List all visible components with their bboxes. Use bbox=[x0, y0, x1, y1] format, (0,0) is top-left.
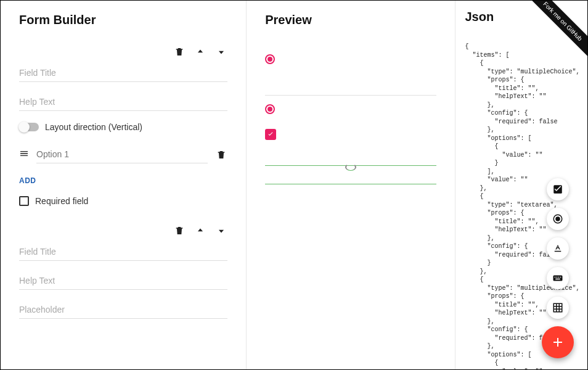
add-checkbox-field-button[interactable] bbox=[547, 178, 569, 200]
field-title-input[interactable] bbox=[19, 64, 227, 82]
svg-rect-7 bbox=[560, 277, 561, 278]
builder-card-1: Layout direction (Vertical) ADD Required… bbox=[19, 46, 227, 206]
preview-multiple-choice-1 bbox=[265, 46, 436, 96]
loading-spinner-icon bbox=[345, 163, 356, 171]
drag-handle-icon[interactable] bbox=[19, 149, 29, 161]
delete-option-icon[interactable] bbox=[215, 149, 227, 161]
preview-title: Preview bbox=[265, 13, 436, 27]
svg-rect-6 bbox=[558, 277, 560, 278]
card-2-actions bbox=[19, 224, 227, 237]
placeholder-input[interactable] bbox=[19, 301, 227, 319]
move-down-icon[interactable] bbox=[215, 224, 227, 237]
add-text-field-button[interactable] bbox=[547, 237, 569, 260]
preview-panel: Preview bbox=[247, 1, 455, 369]
svg-rect-4 bbox=[555, 277, 556, 278]
delete-icon[interactable] bbox=[173, 46, 186, 58]
field-title-input[interactable] bbox=[19, 243, 227, 261]
move-up-icon[interactable] bbox=[194, 46, 206, 58]
add-field-fab[interactable] bbox=[542, 326, 574, 358]
form-builder-panel: Form Builder Lay bbox=[1, 1, 247, 369]
card-1-actions bbox=[19, 46, 227, 58]
move-down-icon[interactable] bbox=[215, 46, 227, 58]
radio-option-icon[interactable] bbox=[265, 104, 275, 114]
option-row-1 bbox=[19, 146, 227, 163]
svg-rect-5 bbox=[557, 277, 558, 278]
builder-title: Form Builder bbox=[19, 13, 227, 27]
fab-speed-dial bbox=[542, 178, 574, 358]
add-keyboard-field-button[interactable] bbox=[547, 267, 569, 289]
checkbox-checked-icon[interactable] bbox=[265, 129, 276, 140]
add-radio-field-button[interactable] bbox=[547, 208, 569, 230]
delete-icon[interactable] bbox=[173, 224, 186, 237]
layout-direction-toggle[interactable] bbox=[19, 123, 39, 131]
help-text-input[interactable] bbox=[19, 272, 227, 290]
required-field-label: Required field bbox=[35, 196, 88, 206]
builder-card-2 bbox=[19, 224, 227, 319]
layout-direction-label: Layout direction (Vertical) bbox=[45, 122, 142, 132]
add-grid-field-button[interactable] bbox=[547, 297, 569, 319]
preview-multiple-choice-2 bbox=[265, 96, 436, 123]
svg-rect-8 bbox=[555, 279, 560, 280]
move-up-icon[interactable] bbox=[194, 224, 206, 237]
preview-textarea bbox=[265, 158, 436, 184]
add-option-button[interactable]: ADD bbox=[19, 176, 36, 185]
textarea-line bbox=[265, 177, 436, 184]
help-text-input[interactable] bbox=[19, 93, 227, 111]
svg-point-2 bbox=[555, 216, 560, 221]
required-field-checkbox[interactable] bbox=[19, 196, 29, 206]
svg-rect-3 bbox=[553, 276, 563, 281]
option-1-input[interactable] bbox=[36, 146, 208, 163]
radio-option-icon[interactable] bbox=[265, 54, 275, 64]
preview-checkbox bbox=[265, 123, 436, 146]
